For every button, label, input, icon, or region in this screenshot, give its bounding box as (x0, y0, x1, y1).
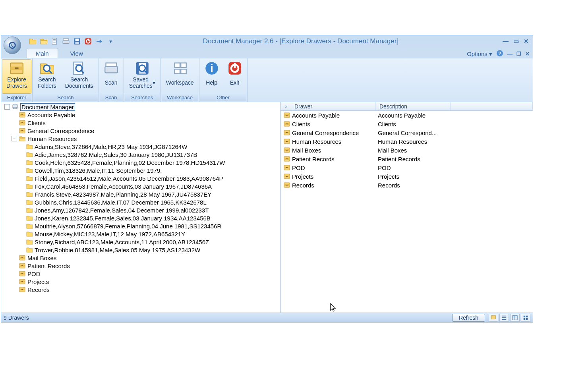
tree-item[interactable]: Adie,James,328762,Male,Sales,30 January … (3, 151, 280, 158)
minimize-button[interactable]: — (503, 38, 509, 45)
refresh-button[interactable]: Refresh (452, 314, 485, 322)
tree-item[interactable]: Mail Boxes (3, 254, 280, 262)
explore-drawers-button[interactable]: Explore Drawers (2, 59, 31, 94)
tree-item[interactable]: Projects (3, 278, 280, 286)
qat-exit-icon[interactable] (84, 37, 93, 46)
list-cell-drawer: Mail Boxes (291, 147, 377, 154)
drawer-icon (19, 127, 26, 134)
exit-button[interactable]: Exit (223, 59, 246, 94)
folder-icon (26, 247, 33, 253)
folder-icon (26, 159, 33, 166)
tree-item[interactable]: Adams,Steve,372864,Male,HR,23 May 1934,J… (3, 143, 280, 151)
workspace-button[interactable]: Workspace (162, 59, 198, 94)
ribbon-group-scan-label: Scan (100, 94, 123, 101)
qat-scan-icon[interactable] (62, 37, 70, 46)
qat-open-folder-icon[interactable] (39, 37, 48, 46)
drawer-icon (10, 61, 24, 75)
help-icon[interactable] (496, 50, 503, 58)
list-row[interactable]: PODPOD (281, 163, 533, 172)
list-body: Accounts PayableAccounts PayableClientsC… (281, 111, 533, 189)
qat-forward-icon[interactable] (95, 37, 104, 46)
tree-item[interactable]: Patient Records (3, 262, 280, 270)
list-row[interactable]: RecordsRecords (281, 181, 533, 189)
tree-item-label: Stoney,Richard,ABC123,Male,Accounts,11 A… (35, 239, 209, 245)
view-tiles-button[interactable] (521, 314, 530, 322)
ribbon-group-explorer-label: Explorer (2, 94, 31, 101)
saved-search-icon (135, 61, 149, 75)
tree-item[interactable]: Gubbins,Chris,13445636,Male,IT,07 Decemb… (3, 198, 280, 206)
qat-document-icon[interactable] (50, 37, 59, 46)
mdi-close-button[interactable]: ✕ (525, 51, 530, 57)
tree-item[interactable]: Cook,Helen,6325428,Female,Planning,02 De… (3, 158, 280, 166)
tree-item-label: General Correspondence (27, 127, 94, 134)
tree-item-label: Accounts Payable (27, 112, 75, 118)
list-row[interactable]: Mail BoxesMail Boxes (281, 146, 533, 154)
mdi-minimize-button[interactable]: — (507, 51, 513, 57)
list-row[interactable]: ClientsClients (281, 120, 533, 128)
qat-customize-dropdown[interactable]: ▾ (106, 37, 115, 46)
tab-view[interactable]: View (61, 48, 92, 58)
tree-item[interactable]: Jones,Karen,1232345,Female,Sales,03 Janu… (3, 214, 280, 222)
tree-item[interactable]: Francis,Steve,48234987,Male,Planning,28 … (3, 190, 280, 198)
list-cell-drawer: POD (291, 164, 377, 171)
column-spacer[interactable] (451, 102, 533, 110)
list-row[interactable]: General CorrespondenceGeneral Correspond… (281, 128, 533, 137)
tree-twisty[interactable]: − (12, 136, 17, 141)
column-drawer[interactable]: Drawer (290, 102, 375, 110)
tree-item[interactable]: Records (3, 286, 280, 294)
app-orb-button[interactable] (4, 37, 21, 54)
search-folders-label: Search Folders (38, 76, 56, 89)
tree-item[interactable]: Mouse,Mickey,MIC123,Male,IT,12 May 1972,… (3, 230, 280, 238)
view-details-button[interactable] (510, 314, 520, 322)
folder-icon (26, 231, 33, 237)
tree-item[interactable]: POD (3, 270, 280, 278)
tree-item[interactable]: Cowell,Tim,318326,Male,IT,11 September 1… (3, 166, 280, 174)
maximize-button[interactable]: ▭ (513, 38, 519, 45)
scanner-icon (104, 61, 118, 75)
view-icons-button[interactable] (489, 314, 498, 322)
tree-item[interactable]: Stoney,Richard,ABC123,Male,Accounts,11 A… (3, 238, 280, 246)
tree-item[interactable]: Accounts Payable (3, 111, 280, 119)
tree-item[interactable]: Field,Jason,423514512,Male,Accounts,05 D… (3, 174, 280, 182)
tree-item-label: Adams,Steve,372864,Male,HR,23 May 1934,J… (35, 143, 187, 150)
qat-save-icon[interactable] (73, 37, 81, 46)
search-folders-button[interactable]: Search Folders (33, 59, 61, 94)
help-button[interactable]: Help (200, 59, 223, 94)
close-button[interactable]: ✕ (524, 38, 529, 45)
mdi-restore-button[interactable]: ❐ (516, 51, 521, 57)
list-cell-description: Clients (377, 121, 396, 127)
column-description[interactable]: Description (375, 102, 451, 110)
tree-item[interactable]: −Document Manager (3, 103, 280, 111)
list-row[interactable]: Accounts PayableAccounts Payable (281, 111, 533, 120)
tree-item[interactable]: Trower,Robbie,8145981,Male,Sales,05 May … (3, 246, 280, 254)
drawer-icon (282, 147, 291, 153)
qat-new-folder-icon[interactable] (28, 37, 37, 46)
tree-twisty[interactable]: − (4, 104, 10, 110)
tree-item[interactable]: Clients (3, 119, 280, 127)
search-documents-button[interactable]: Search Documents (61, 59, 98, 94)
ribbon-group-other: Help Exit Other (199, 58, 248, 102)
quick-access-toolbar: ▾ (28, 37, 115, 46)
scan-button[interactable]: Scan (100, 59, 123, 94)
tree-pane[interactable]: −Document ManagerAccounts PayableClients… (1, 102, 281, 313)
tab-main[interactable]: Main (27, 48, 58, 58)
folder-icon (26, 199, 33, 205)
tree-item[interactable]: Jones,Amy,1267842,Female,Sales,04 Decemb… (3, 206, 280, 214)
ribbon-tab-strip: Main View Options ▾ — ❐ ✕ (1, 47, 533, 58)
tree-item[interactable]: −Human Resources (3, 135, 280, 143)
saved-searches-button[interactable]: Saved Searches ▾ (125, 59, 160, 94)
tree-item[interactable]: Moultrie,Alyson,57666879,Female,Planning… (3, 222, 280, 230)
list-row[interactable]: Human ResourcesHuman Resources (281, 137, 533, 146)
sort-indicator[interactable]: ▿ (281, 102, 290, 110)
folder-search-icon (40, 61, 54, 75)
app-window: ▾ Document Manager 2.6 - [Explore Drawer… (1, 35, 533, 322)
list-cell-description: Projects (377, 173, 399, 180)
list-row[interactable]: Patient RecordsPatient Records (281, 154, 533, 163)
options-menu[interactable]: Options ▾ (467, 50, 492, 58)
tree-item[interactable]: General Correspondence (3, 127, 280, 135)
list-pane[interactable]: ▿ Drawer Description Accounts PayableAcc… (281, 102, 533, 313)
power-icon (228, 61, 242, 75)
list-row[interactable]: ProjectsProjects (281, 172, 533, 181)
tree-item[interactable]: Fox,Carol,4564853,Female,Accounts,03 Jan… (3, 182, 280, 190)
view-list-button[interactable] (499, 314, 509, 322)
